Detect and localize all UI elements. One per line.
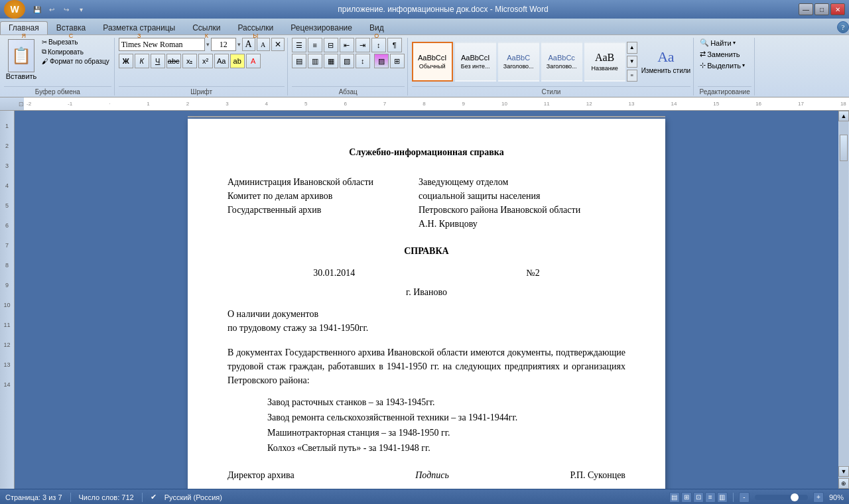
redo-quick-btn[interactable]: ↪	[60, 3, 73, 15]
editing-group-label: Редактирование	[698, 86, 751, 95]
view-outline[interactable]: ≡	[705, 492, 716, 503]
font-name-box[interactable]: Times New Roman	[119, 38, 205, 51]
view-full-screen[interactable]: ⊞	[681, 492, 692, 503]
decrease-font-button[interactable]: A	[257, 38, 270, 51]
align-left-button[interactable]: ▤	[292, 54, 306, 68]
ruler-toggle[interactable]: ⊡	[19, 101, 24, 107]
minimize-button[interactable]: —	[799, 3, 813, 15]
replace-button[interactable]: ⇄ Заменить	[698, 49, 742, 59]
italic-button[interactable]: К	[135, 54, 149, 68]
clear-format-button[interactable]: ✕	[271, 38, 285, 51]
font-size-box[interactable]: 12	[211, 38, 236, 51]
align-right-button[interactable]: ▦	[324, 54, 338, 68]
tab-mailings[interactable]: Рассылки Ы	[229, 21, 282, 34]
font-size-dropdown[interactable]: ▾	[237, 41, 241, 48]
cut-button[interactable]: ✂ Вырезать	[40, 38, 111, 46]
scroll-track[interactable]	[839, 121, 848, 466]
style-scroll-buttons: ▲ ▼ ≡	[627, 42, 637, 82]
bullets-button[interactable]: ☰	[292, 38, 306, 52]
paste-button[interactable]: 📋 Вставить	[4, 38, 38, 82]
subscript-button[interactable]: х₂	[182, 54, 197, 68]
paragraph-group-content: ☰ ≡ ⊟ ⇤ ⇥ ↕ ¶ ▤ ▥ ▦ ▧ ↕ ▨ ⊞	[292, 38, 405, 85]
para-divider	[371, 54, 373, 68]
tab-view[interactable]: Вид О	[361, 21, 393, 34]
view-draft[interactable]: ▥	[717, 492, 728, 503]
office-button[interactable]: W	[4, 0, 25, 19]
find-button[interactable]: 🔍 Найти ▾	[698, 38, 737, 48]
multilevel-list-button[interactable]: ⊟	[324, 38, 338, 52]
increase-indent-button[interactable]: ⇥	[356, 38, 370, 52]
highlight-button[interactable]: ab	[230, 54, 245, 68]
change-case-button[interactable]: Аа	[214, 54, 229, 68]
ruler-marks: -2-1·123456789101112131415161718	[24, 97, 849, 110]
border-button[interactable]: ⊞	[390, 54, 405, 68]
format-painter-button[interactable]: 🖌 Формат по образцу	[40, 57, 111, 66]
style-scroll-down[interactable]: ▼	[627, 56, 637, 68]
find-dropdown[interactable]: ▾	[733, 40, 736, 46]
quick-access-dropdown[interactable]: ▾	[74, 3, 88, 15]
style-title[interactable]: АаВ Название	[584, 42, 625, 82]
strikethrough-button[interactable]: abc	[166, 54, 181, 68]
font-name-dropdown[interactable]: ▾	[206, 41, 210, 48]
scroll-bottom[interactable]: ⊕	[838, 478, 849, 489]
document-city: г. Иваново	[228, 285, 625, 299]
document[interactable]: Служебно-информационная справка Админист…	[188, 119, 665, 489]
tab-home[interactable]: Главная Я	[0, 21, 48, 34]
decrease-indent-button[interactable]: ⇤	[340, 38, 354, 52]
line-spacing-button[interactable]: ↕	[356, 54, 370, 68]
list-item-3: Машинотракторная станция – за 1948-1950 …	[267, 426, 625, 440]
select-dropdown[interactable]: ▾	[742, 62, 745, 68]
change-styles-button[interactable]: Изменить стили	[641, 67, 690, 74]
format-row: Ж К Ч abc х₂ х² Аа ab А	[119, 54, 261, 68]
maximize-button[interactable]: □	[815, 3, 829, 15]
zoom-out-button[interactable]: -	[739, 492, 750, 503]
tab-review[interactable]: Рецензирование	[282, 21, 361, 34]
tab-references[interactable]: Ссылки К	[184, 21, 229, 34]
spell-check-icon[interactable]: ✔	[151, 493, 157, 501]
tab-page-layout[interactable]: Разметка страницы З	[94, 21, 184, 34]
style-heading2[interactable]: AaBbCc Заголово...	[541, 42, 582, 82]
sig-center: Подпись	[415, 468, 449, 482]
font-color-button[interactable]: А	[246, 54, 261, 68]
help-button[interactable]: ?	[837, 21, 849, 33]
list-buttons-row: ☰ ≡ ⊟ ⇤ ⇥ ↕ ¶	[292, 38, 402, 52]
sort-button[interactable]: ↕	[371, 38, 386, 52]
clipboard-group-label: Буфер обмена	[4, 86, 111, 95]
status-bar: Страница: 3 из 7 Число слов: 712 ✔ Русск…	[0, 489, 849, 504]
tab-insert[interactable]: Вставка С	[48, 21, 95, 34]
shading-button[interactable]: ▨	[374, 54, 389, 68]
view-normal[interactable]: ▤	[669, 492, 680, 503]
style-scroll-up[interactable]: ▲	[627, 42, 637, 54]
scroll-down-button[interactable]: ▼	[838, 466, 849, 477]
bold-button[interactable]: Ж	[119, 54, 133, 68]
underline-button[interactable]: Ч	[151, 54, 165, 68]
zoom-thumb[interactable]	[791, 493, 799, 501]
style-no-spacing[interactable]: AaBbCcI Без инте...	[455, 42, 496, 82]
superscript-button[interactable]: х²	[198, 54, 213, 68]
show-formatting-button[interactable]: ¶	[387, 38, 402, 52]
scroll-up-button[interactable]: ▲	[838, 111, 849, 121]
numbering-button[interactable]: ≡	[308, 38, 322, 52]
scroll-thumb[interactable]	[840, 135, 848, 161]
style-normal[interactable]: AaBbCcI Обычный	[412, 42, 453, 82]
zoom-in-button[interactable]: +	[813, 492, 824, 503]
list-item-4: Колхоз «Светлый путь» - за 1941-1948 гг.	[267, 441, 625, 455]
copy-button[interactable]: ⧉ Копировать	[40, 47, 111, 56]
style-heading1[interactable]: AaBbC Заголово...	[498, 42, 539, 82]
undo-quick-btn[interactable]: ↩	[45, 3, 58, 15]
align-center-button[interactable]: ▥	[308, 54, 322, 68]
zoom-slider[interactable]	[755, 495, 808, 500]
format-painter-icon: 🖌	[42, 58, 48, 65]
style-more[interactable]: ≡	[627, 70, 637, 82]
justify-button[interactable]: ▧	[340, 54, 354, 68]
binoculars-icon: 🔍	[700, 38, 709, 47]
close-button[interactable]: ✕	[830, 3, 845, 15]
increase-font-button[interactable]: A	[242, 38, 255, 51]
ribbon-content: 📋 Вставить ✂ Вырезать ⧉ Копировать 🖌 Фор…	[0, 34, 849, 97]
view-web[interactable]: ⊡	[693, 492, 704, 503]
select-button[interactable]: ⊹ Выделить ▾	[698, 60, 747, 70]
document-header-block: Администрация Ивановской области Комитет…	[228, 175, 625, 231]
save-quick-btn[interactable]: 💾	[31, 3, 44, 15]
document-title: Служебно-информационная справка	[228, 145, 625, 159]
style-no-spacing-preview: AaBbCcI	[461, 54, 490, 62]
